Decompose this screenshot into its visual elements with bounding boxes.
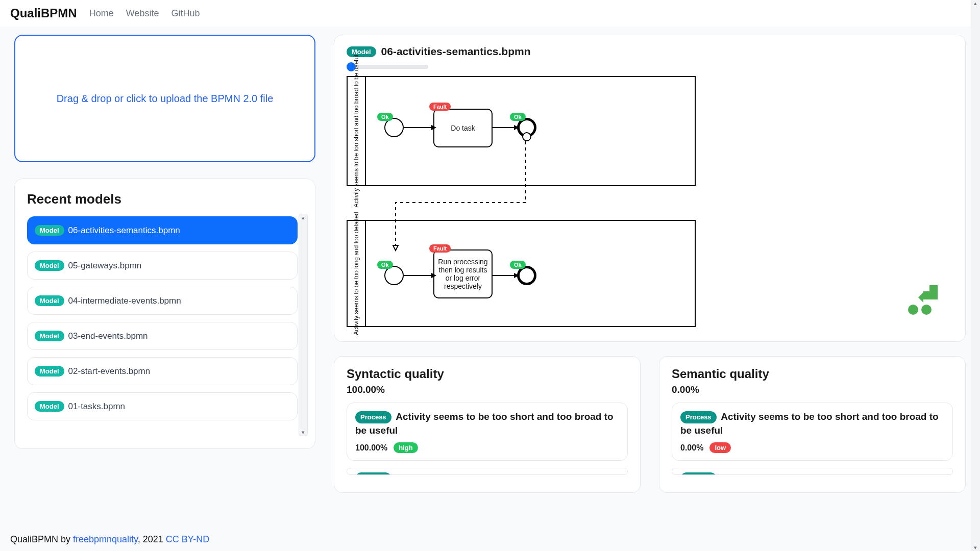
- bpmn-diagram[interactable]: Activity seems to be too short and too b…: [347, 76, 953, 331]
- quality-item-meta: 0.00% low: [680, 442, 944, 453]
- model-name: 03-end-events.bpmn: [68, 331, 148, 341]
- dropzone-text: Drag & drop or click to upload the BPMN …: [57, 93, 274, 105]
- recent-models-card: Recent models Model 06-activities-semant…: [14, 179, 315, 449]
- syntactic-quality-card: Syntactic quality 100.00% Process Activi…: [334, 356, 641, 493]
- ok-badge: Ok: [377, 261, 393, 269]
- fault-badge: Fault: [429, 103, 451, 111]
- lane-1-label: Activity seems to be too short and too b…: [348, 77, 366, 185]
- bpmn-io-logo-icon[interactable]: [906, 284, 939, 317]
- quality-item-title: Process Activity seems to be too short a…: [680, 410, 944, 437]
- recent-scrollbar[interactable]: ▴ ▾: [299, 214, 308, 436]
- process-badge: Process: [680, 472, 717, 475]
- model-item[interactable]: Model 02-start-events.bpmn: [27, 357, 298, 385]
- model-name: 05-gateways.bpmn: [68, 261, 142, 271]
- quality-item-pct: 100.00%: [355, 443, 387, 453]
- footer-prefix: QualiBPMN by: [10, 534, 73, 544]
- footer: QualiBPMN by freebpmnquality, 2021 CC BY…: [10, 534, 209, 545]
- model-name: 01-tasks.bpmn: [68, 402, 126, 412]
- level-badge: low: [709, 442, 731, 453]
- diagram-card: Model 06-activities-semantics.bpmn Activ…: [334, 35, 966, 342]
- recent-models-list: Model 06-activities-semantics.bpmn Model…: [27, 216, 307, 431]
- syntactic-title: Syntactic quality: [347, 367, 628, 381]
- model-badge: Model: [35, 260, 64, 271]
- nav-link-home[interactable]: Home: [89, 8, 114, 19]
- model-badge: Model: [35, 366, 64, 377]
- diagram-model-name: 06-activities-semantics.bpmn: [381, 45, 531, 58]
- semantic-pct: 0.00%: [672, 384, 953, 395]
- page-scrollbar[interactable]: ▴ ▾: [971, 0, 980, 551]
- navbar: QualiBPMN Home Website GitHub: [0, 0, 980, 27]
- svg-rect-10: [923, 285, 929, 291]
- ok-badge: Ok: [377, 113, 393, 121]
- quality-row: Syntactic quality 100.00% Process Activi…: [334, 356, 966, 493]
- quality-item-pct: 0.00%: [680, 443, 703, 453]
- quality-item-title: Process Activity seems to be too short a…: [355, 410, 619, 437]
- scroll-up-icon[interactable]: ▴: [971, 0, 980, 7]
- svg-point-11: [908, 305, 918, 315]
- lane-2-label: Activity seems to be too long and too de…: [348, 221, 366, 326]
- model-item[interactable]: Model 05-gateways.bpmn: [27, 252, 298, 280]
- process-badge: Process: [355, 472, 391, 475]
- model-item[interactable]: Model 04-intermediate-events.bpmn: [27, 287, 298, 315]
- syntactic-pct: 100.00%: [347, 384, 628, 395]
- model-name: 04-intermediate-events.bpmn: [68, 296, 181, 306]
- model-badge: Model: [35, 225, 64, 236]
- scroll-up-icon[interactable]: ▴: [299, 214, 307, 221]
- model-badge: Model: [35, 331, 64, 341]
- quality-item[interactable]: Process Activity seems to be too short a…: [347, 403, 628, 461]
- quality-item-meta: 100.00% high: [355, 442, 619, 453]
- model-badge: Model: [347, 46, 376, 57]
- ok-badge: Ok: [510, 261, 526, 269]
- task-run-processing[interactable]: Run processing then log results or log e…: [433, 249, 493, 298]
- quality-item[interactable]: Process: [347, 468, 628, 475]
- lane-2: Activity seems to be too long and too de…: [347, 220, 696, 327]
- nav-link-github[interactable]: GitHub: [171, 8, 200, 19]
- semantic-title: Semantic quality: [672, 367, 953, 381]
- quality-item[interactable]: Process Activity seems to be too short a…: [672, 403, 953, 461]
- model-badge: Model: [35, 295, 64, 306]
- nav-link-website[interactable]: Website: [126, 8, 159, 19]
- diagram-header: Model 06-activities-semantics.bpmn: [347, 45, 953, 58]
- task-do-task[interactable]: Do task: [433, 109, 493, 147]
- model-name: 06-activities-semantics.bpmn: [68, 226, 180, 236]
- footer-link-license[interactable]: CC BY-ND: [166, 534, 209, 544]
- process-badge: Process: [680, 411, 717, 423]
- process-badge: Process: [355, 411, 391, 423]
- quality-item[interactable]: Process: [672, 468, 953, 475]
- upload-dropzone[interactable]: Drag & drop or click to upload the BPMN …: [14, 35, 315, 162]
- recent-models-title: Recent models: [27, 191, 307, 207]
- model-item[interactable]: Model 03-end-events.bpmn: [27, 322, 298, 350]
- scroll-down-icon[interactable]: ▾: [299, 429, 307, 436]
- model-name: 02-start-events.bpmn: [68, 366, 151, 377]
- svg-point-12: [921, 305, 932, 315]
- model-item[interactable]: Model 01-tasks.bpmn: [27, 392, 298, 420]
- boundary-event[interactable]: [522, 132, 531, 141]
- footer-link-author[interactable]: freebpmnquality: [73, 534, 138, 544]
- level-badge: high: [394, 442, 418, 453]
- model-badge: Model: [35, 401, 64, 412]
- lane-1: Activity seems to be too short and too b…: [347, 76, 696, 186]
- ok-badge: Ok: [510, 113, 526, 121]
- semantic-quality-card: Semantic quality 0.00% Process Activity …: [659, 356, 966, 493]
- footer-mid: , 2021: [138, 534, 166, 544]
- model-item[interactable]: Model 06-activities-semantics.bpmn: [27, 216, 298, 244]
- scroll-down-icon[interactable]: ▾: [971, 544, 980, 551]
- fault-badge: Fault: [429, 244, 451, 253]
- brand-logo[interactable]: QualiBPMN: [10, 6, 77, 20]
